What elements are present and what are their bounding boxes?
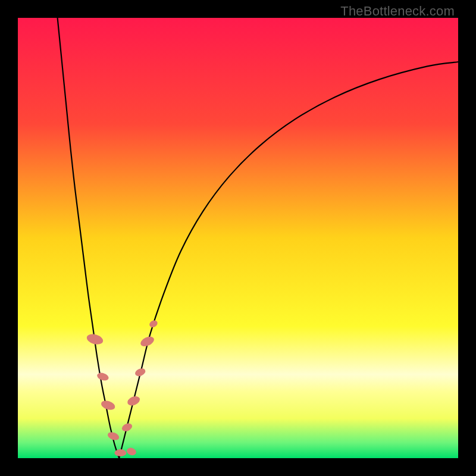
data-marker — [86, 333, 104, 346]
plot-area — [18, 18, 458, 458]
data-marker — [114, 449, 126, 456]
data-marker — [121, 422, 133, 433]
curve-left-branch — [58, 18, 120, 458]
data-marker — [148, 319, 159, 329]
chart-svg — [18, 18, 458, 458]
curve-right-branch — [119, 62, 458, 458]
data-marker — [96, 371, 109, 382]
data-marker — [126, 447, 137, 457]
data-marker — [100, 399, 116, 412]
watermark-text: TheBottleneck.com — [340, 4, 455, 19]
data-marker — [126, 394, 142, 407]
data-markers — [86, 319, 159, 456]
chart-frame: TheBottleneck.com — [0, 0, 476, 476]
